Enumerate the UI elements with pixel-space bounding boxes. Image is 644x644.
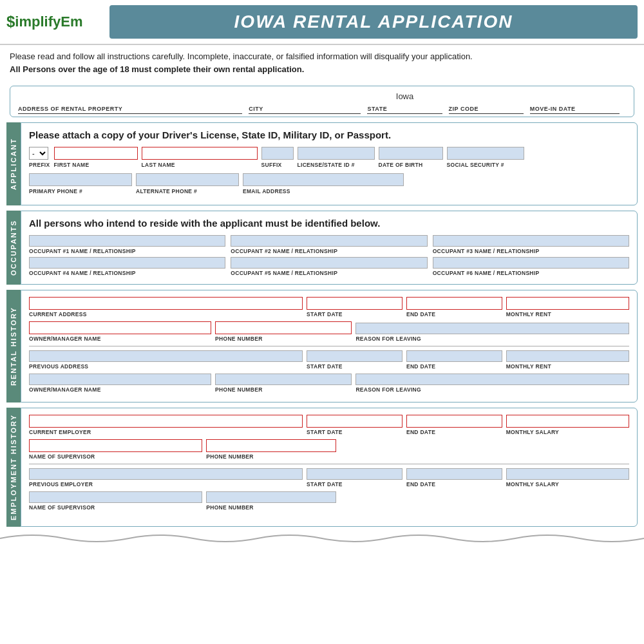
previous-employer-row: PREVIOUS EMPLOYER START DATE END DATE MO…: [29, 468, 629, 488]
license-input[interactable]: [298, 147, 375, 160]
employment-history-tab: EMPLOYMENT HISTORY: [6, 408, 21, 527]
prev-supervisor-row: NAME OF SUPERVISOR PHONE NUMBER: [29, 491, 629, 511]
first-name-input[interactable]: [54, 147, 138, 160]
previous-reason-input[interactable]: [355, 374, 629, 385]
prev-emp-start-input[interactable]: [307, 468, 402, 480]
move-in-date-field[interactable]: MOVE-IN DATE: [530, 91, 620, 114]
occupant4-field: OCCUPANT #4 NAME / RELATIONSHIP: [29, 257, 225, 276]
email-input[interactable]: [243, 173, 404, 186]
occupant1-label: OCCUPANT #1 NAME / RELATIONSHIP: [29, 248, 225, 254]
occupant6-field: OCCUPANT #6 NAME / RELATIONSHIP: [433, 257, 629, 276]
previous-address-input[interactable]: [29, 350, 303, 362]
current-start-date-field: START DATE: [307, 297, 402, 317]
prev-emp-end-input[interactable]: [406, 468, 502, 480]
primary-phone-input[interactable]: [29, 173, 132, 186]
prev-supervisor-input[interactable]: [29, 491, 202, 503]
occupant6-input[interactable]: [433, 257, 629, 269]
suffix-field: SUFFIX: [261, 147, 294, 168]
current-end-date-label: END DATE: [406, 311, 502, 317]
occupants-content: All persons who intend to reside with th…: [21, 211, 638, 285]
occupant2-field: OCCUPANT #2 NAME / RELATIONSHIP: [231, 235, 427, 254]
primary-phone-field: PRIMARY PHONE #: [29, 173, 132, 194]
previous-monthly-rent-input[interactable]: [506, 350, 629, 362]
first-name-field: FIRST NAME: [54, 147, 138, 168]
current-employer-row: CURRENT EMPLOYER START DATE END DATE MON…: [29, 415, 629, 435]
move-in-date-value: [530, 91, 620, 103]
applicant-contact-row: PRIMARY PHONE # ALTERNATE PHONE # EMAIL …: [29, 173, 629, 194]
previous-end-date-input[interactable]: [406, 350, 502, 362]
state-field[interactable]: Iowa STATE: [367, 91, 442, 114]
previous-start-date-field: START DATE: [307, 350, 402, 370]
last-name-input[interactable]: [142, 147, 258, 160]
rental-history-content: CURRENT ADDRESS START DATE END DATE MONT…: [21, 290, 638, 402]
emp-start-date-input[interactable]: [307, 415, 402, 428]
current-phone-input[interactable]: [215, 321, 352, 334]
previous-employer-input[interactable]: [29, 468, 303, 480]
current-start-date-label: START DATE: [307, 311, 402, 317]
applicant-tab: APPLICANT: [6, 122, 21, 205]
property-fields: ADDRESS OF RENTAL PROPERTY CITY Iowa STA…: [18, 91, 626, 114]
address-field[interactable]: ADDRESS OF RENTAL PROPERTY: [18, 91, 242, 114]
ssn-field: SOCIAL SECURITY #: [447, 147, 524, 168]
supervisor-input[interactable]: [29, 439, 202, 452]
zip-field[interactable]: ZIP CODE: [449, 91, 524, 114]
prev-emp-start-label: START DATE: [307, 481, 402, 488]
occupant5-label: OCCUPANT #5 NAME / RELATIONSHIP: [231, 270, 427, 276]
current-owner-label: OWNER/MANAGER NAME: [29, 336, 211, 342]
ssn-label: SOCIAL SECURITY #: [447, 162, 524, 168]
occupant2-input[interactable]: [231, 235, 427, 247]
instruction-line1: Please read and follow all instructions …: [10, 52, 473, 61]
primary-phone-label: PRIMARY PHONE #: [29, 188, 132, 194]
move-in-date-label: MOVE-IN DATE: [530, 106, 620, 112]
emp-end-date-input[interactable]: [406, 415, 502, 428]
previous-start-date-label: START DATE: [307, 363, 402, 370]
occupant3-input[interactable]: [433, 235, 629, 247]
current-owner-input[interactable]: [29, 321, 211, 334]
applicant-heading: Please attach a copy of your Driver's Li…: [29, 129, 629, 140]
occupants-row1: OCCUPANT #1 NAME / RELATIONSHIP OCCUPANT…: [29, 235, 629, 254]
previous-owner-input[interactable]: [29, 374, 211, 385]
dob-input[interactable]: [379, 147, 443, 160]
previous-start-date-input[interactable]: [307, 350, 402, 362]
emp-phone-field: PHONE NUMBER: [206, 439, 336, 460]
prefix-field: - Mr. Ms. Mrs. Dr. PREFIX: [29, 147, 50, 168]
current-end-date-input[interactable]: [406, 297, 502, 310]
occupant1-input[interactable]: [29, 235, 225, 247]
previous-address-row: PREVIOUS ADDRESS START DATE END DATE MON…: [29, 350, 629, 370]
city-field[interactable]: CITY: [249, 91, 361, 114]
wave-svg: [0, 532, 644, 545]
current-employer-input[interactable]: [29, 415, 303, 428]
prev-emp-end-label: END DATE: [406, 481, 502, 488]
employment-history-content: CURRENT EMPLOYER START DATE END DATE MON…: [21, 408, 638, 527]
previous-phone-input[interactable]: [215, 374, 352, 385]
previous-address-field: PREVIOUS ADDRESS: [29, 350, 303, 370]
previous-phone-field: PHONE NUMBER: [215, 374, 352, 393]
current-address-input[interactable]: [29, 297, 303, 310]
occupant4-input[interactable]: [29, 257, 225, 269]
current-reason-input[interactable]: [355, 323, 629, 334]
prev-emp-salary-input[interactable]: [506, 468, 629, 480]
prefix-dropdown[interactable]: - Mr. Ms. Mrs. Dr.: [29, 147, 48, 160]
occupants-tab: OCCUPANTS: [6, 211, 21, 285]
emp-end-date-field: END DATE: [406, 415, 502, 435]
occupant4-label: OCCUPANT #4 NAME / RELATIONSHIP: [29, 270, 225, 276]
current-monthly-rent-input[interactable]: [506, 297, 629, 310]
occupant5-input[interactable]: [231, 257, 427, 269]
emp-monthly-salary-input[interactable]: [506, 415, 629, 428]
dob-label: DATE OF BIRTH: [379, 162, 443, 168]
suffix-input[interactable]: [261, 147, 294, 160]
current-start-date-input[interactable]: [307, 297, 402, 310]
current-end-date-field: END DATE: [406, 297, 502, 317]
property-section: ADDRESS OF RENTAL PROPERTY CITY Iowa STA…: [10, 86, 634, 117]
current-owner-row: OWNER/MANAGER NAME PHONE NUMBER REASON F…: [29, 321, 629, 342]
logo: $ implifyEm: [6, 13, 103, 31]
prev-emp-salary-field: MONTHLY SALARY: [506, 468, 629, 488]
rental-divider: [29, 346, 629, 346]
occupants-row2: OCCUPANT #4 NAME / RELATIONSHIP OCCUPANT…: [29, 257, 629, 276]
previous-monthly-rent-field: MONTHLY RENT: [506, 350, 629, 370]
prev-emp-salary-label: MONTHLY SALARY: [506, 481, 629, 488]
alt-phone-input[interactable]: [136, 173, 239, 186]
prev-emp-phone-input[interactable]: [206, 491, 336, 503]
emp-phone-input[interactable]: [206, 439, 336, 452]
ssn-input[interactable]: [447, 147, 524, 160]
